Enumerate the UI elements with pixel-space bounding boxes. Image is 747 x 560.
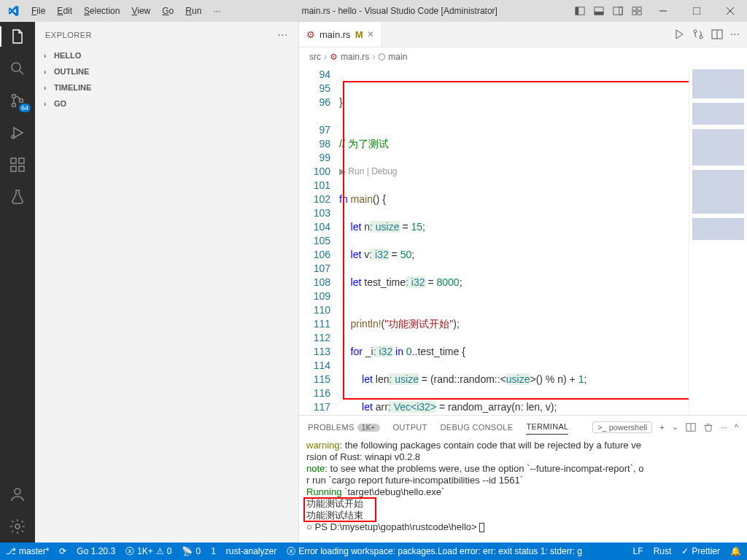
new-terminal-icon[interactable]: + [659, 423, 664, 432]
crumb-file[interactable]: main.rs [341, 52, 369, 62]
maximize-button[interactable] [680, 0, 713, 22]
codelens-run-debug[interactable]: ▶ Run | Debug [339, 165, 689, 179]
svg-point-17 [12, 104, 16, 107]
menu-run[interactable]: Run [180, 4, 206, 18]
menu-edit[interactable]: Edit [52, 4, 77, 18]
maximize-panel-icon[interactable]: ^ [735, 423, 738, 432]
layout-controls [573, 4, 646, 18]
status-bar: ⎇ master* ⟳ Go 1.20.3 ⓧ 1K+ ⚠ 0 📡 0 1 ru… [0, 542, 747, 560]
run-debug-icon[interactable] [7, 122, 28, 143]
breadcrumb[interactable]: src› ⚙main.rs› ⬡main [299, 47, 747, 66]
git-compare-icon[interactable] [692, 28, 704, 40]
editor-actions: ··· [673, 22, 747, 47]
section-timeline[interactable]: ›TIMELINE [35, 79, 298, 96]
kill-terminal-icon[interactable] [703, 422, 713, 432]
status-problems[interactable]: ⓧ 1K+ ⚠ 0 [125, 545, 171, 558]
section-outline[interactable]: ›OUTLINE [35, 63, 298, 79]
status-go[interactable]: Go 1.20.3 [77, 546, 115, 556]
explorer-header: EXPLORER ··· [35, 22, 298, 47]
window-controls [646, 0, 747, 22]
minimize-button[interactable] [646, 0, 680, 22]
section-hello[interactable]: ›HELLO [35, 47, 298, 63]
svg-rect-23 [19, 158, 24, 163]
svg-rect-7 [638, 7, 641, 10]
status-prettier[interactable]: ✓ Prettier [681, 546, 720, 556]
gutter: 9495969798991001011021031041051061071081… [299, 66, 339, 415]
titlebar: File Edit Selection View Go Run ··· main… [0, 0, 747, 22]
svg-point-14 [12, 63, 20, 71]
tab-bar: ⚙ main.rs M ✕ ··· [299, 22, 747, 47]
svg-rect-20 [11, 158, 16, 163]
svg-point-18 [20, 99, 23, 103]
status-branch[interactable]: ⎇ master* [6, 546, 49, 556]
status-notifications-icon[interactable]: 🔔 [730, 546, 741, 556]
status-lang[interactable]: Rust [654, 546, 672, 556]
menu-view[interactable]: View [126, 4, 155, 18]
status-analyzer[interactable]: rust-analyzer [226, 546, 276, 556]
extensions-icon[interactable] [7, 155, 28, 175]
status-error-msg[interactable]: ⓧ Error loading workspace: packages.Load… [287, 545, 582, 558]
svg-rect-5 [619, 7, 622, 15]
split-terminal-icon[interactable] [686, 422, 696, 432]
window-title: main.rs - hello - Visual Studio Code [Ad… [225, 6, 573, 16]
svg-point-19 [12, 136, 15, 139]
minimap[interactable] [689, 66, 747, 415]
source-control-icon[interactable]: 64 [7, 90, 28, 111]
bottom-panel: PROBLEMS1K+ OUTPUT DEBUG CONSOLE TERMINA… [299, 415, 747, 542]
explorer-title: EXPLORER [45, 31, 92, 39]
section-go[interactable]: ›GO [35, 96, 298, 112]
status-line[interactable]: 1 [211, 546, 216, 556]
menu-go[interactable]: Go [157, 4, 179, 18]
crumb-symbol[interactable]: main [388, 52, 407, 62]
close-button[interactable] [713, 0, 747, 22]
split-editor-icon[interactable] [711, 28, 723, 40]
menu-file[interactable]: File [26, 4, 50, 18]
explorer-more-icon[interactable]: ··· [277, 28, 288, 42]
accounts-icon[interactable] [7, 484, 28, 505]
search-icon[interactable] [7, 58, 28, 79]
svg-point-16 [12, 95, 16, 98]
toggle-primary-sidebar-icon[interactable] [573, 4, 587, 18]
svg-point-25 [15, 524, 20, 529]
toggle-panel-icon[interactable] [592, 4, 605, 18]
crumb-src[interactable]: src [309, 52, 321, 62]
terminal-dropdown-icon[interactable]: ⌄ [672, 422, 678, 432]
panel-more-icon[interactable]: ··· [721, 423, 727, 432]
editor-group: ⚙ main.rs M ✕ ··· src› ⚙main.rs› ⬡main 9… [299, 22, 747, 542]
svg-rect-21 [11, 166, 16, 171]
svg-rect-1 [576, 7, 578, 15]
tab-terminal[interactable]: TERMINAL [526, 419, 568, 435]
run-icon[interactable] [673, 28, 685, 40]
vscode-logo-icon [0, 5, 26, 17]
explorer-icon[interactable] [7, 26, 28, 47]
svg-rect-8 [632, 12, 636, 15]
panel-tabs: PROBLEMS1K+ OUTPUT DEBUG CONSOLE TERMINA… [299, 416, 747, 438]
svg-line-15 [20, 71, 23, 74]
svg-rect-3 [595, 12, 603, 15]
menu-selection[interactable]: Selection [79, 4, 125, 18]
tab-debug-console[interactable]: DEBUG CONSOLE [441, 420, 514, 435]
editor-more-icon[interactable]: ··· [730, 28, 740, 41]
status-ports[interactable]: 📡 0 [182, 546, 201, 556]
customize-layout-icon[interactable] [630, 4, 643, 18]
tab-label: main.rs [320, 29, 351, 40]
terminal-shell-select[interactable]: >_ powershell [592, 421, 652, 433]
code-area[interactable]: 9495969798991001011021031041051061071081… [299, 66, 747, 415]
settings-gear-icon[interactable] [7, 516, 28, 537]
svg-point-27 [700, 36, 703, 39]
tab-close-icon[interactable]: ✕ [367, 29, 374, 39]
status-eol[interactable]: LF [633, 546, 643, 556]
svg-rect-22 [19, 166, 24, 171]
svg-point-24 [15, 489, 20, 494]
tab-modified: M [355, 29, 363, 40]
tab-main-rs[interactable]: ⚙ main.rs M ✕ [299, 22, 382, 47]
menu-more[interactable]: ··· [208, 4, 225, 18]
svg-point-26 [694, 30, 697, 33]
terminal-content[interactable]: warning: the following packages contain … [299, 438, 747, 542]
testing-icon[interactable] [7, 187, 28, 207]
toggle-secondary-sidebar-icon[interactable] [611, 4, 624, 18]
code-content[interactable]: } // 为了测试 ▶ Run | Debug fn main() { let … [339, 66, 689, 415]
tab-output[interactable]: OUTPUT [393, 420, 427, 435]
status-sync[interactable]: ⟳ [59, 546, 66, 556]
tab-problems[interactable]: PROBLEMS1K+ [308, 420, 380, 435]
